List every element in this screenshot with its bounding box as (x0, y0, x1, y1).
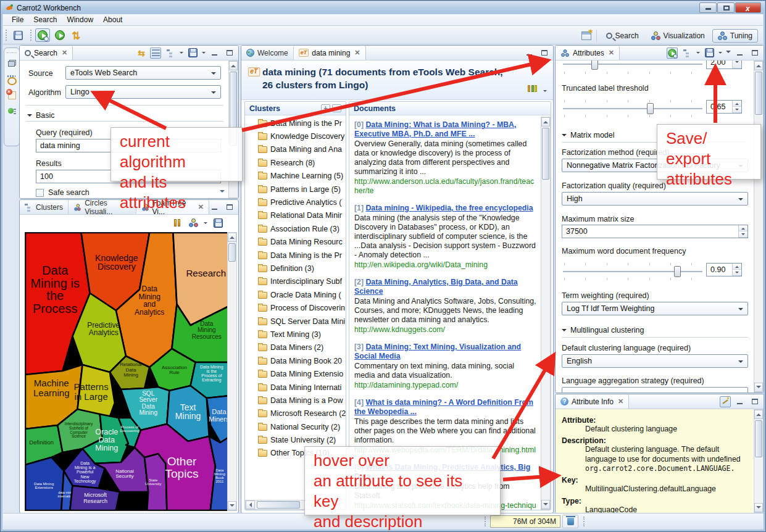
save-attributes-button[interactable] (704, 48, 715, 59)
viz-scrollbar[interactable] (227, 232, 237, 511)
document-title-link[interactable]: Data Mining: Text Mining, Visualization … (354, 343, 521, 360)
cluster-item[interactable]: Text Mining (3) (245, 328, 346, 341)
cluster-item[interactable]: Data Mining Book 20 (245, 354, 346, 367)
tab-close-icon[interactable]: ✕ (618, 397, 623, 405)
lang-agg-combo[interactable] (562, 387, 748, 393)
menu-about[interactable]: About (98, 14, 127, 25)
tab-search[interactable]: Search ✕ (20, 46, 73, 60)
dropdown-arrow-icon[interactable] (543, 90, 547, 94)
cluster-item[interactable]: Predictive Analytics ( (245, 196, 346, 209)
basic-section-header[interactable]: Basic (27, 111, 223, 120)
cluster-item[interactable]: Data Mining is a Pow (245, 394, 346, 407)
benchmark-view-button[interactable] (6, 73, 18, 85)
cluster-item[interactable]: Relational Data Minir (245, 209, 346, 222)
label-count-slider[interactable] (562, 60, 704, 70)
relayout-button[interactable] (188, 217, 199, 228)
cluster-item[interactable]: Interdisciplinary Subf (245, 275, 346, 288)
tab-data-mining[interactable]: eT data mining ✕ (293, 46, 366, 60)
cluster-item[interactable]: Process of Discoverin (245, 301, 346, 314)
list-layout-button[interactable] (150, 48, 161, 59)
source-combo[interactable]: eTools Web Search (65, 66, 221, 80)
cluster-item[interactable]: Data Mining is the Pr (245, 249, 346, 262)
title-bar[interactable]: Carrot2 Workbench x (1, 1, 765, 14)
fact-quality-combo[interactable]: High (562, 192, 748, 206)
link-selection-button[interactable] (720, 396, 731, 407)
cluster-item[interactable]: Microsoft Research (2 (245, 407, 346, 420)
cluster-item[interactable]: State University (2) (245, 433, 346, 446)
pause-animation-button[interactable] (172, 217, 183, 228)
cluster-item[interactable]: Data Mining is the Pr (245, 117, 346, 130)
document-title-link[interactable]: Data Mining, Analytics, Big Data, and Da… (354, 278, 518, 296)
safe-search-checkbox[interactable] (36, 189, 44, 197)
dropdown-arrow-icon[interactable] (204, 222, 207, 226)
term-weight-combo[interactable]: Log Tf Idf Term Weighting (562, 302, 748, 315)
cluster-item[interactable]: Data Mining Internati (245, 381, 346, 394)
cluster-item[interactable]: Knowledge Discovery (245, 130, 346, 143)
cluster-item[interactable]: Association Rule (3) (245, 222, 346, 235)
dropdown-arrow-icon[interactable] (202, 52, 206, 56)
minimize-button[interactable] (699, 2, 717, 13)
tab-close-icon[interactable]: ✕ (354, 49, 360, 57)
perspective-visualization[interactable]: Visualization (646, 30, 710, 42)
run-button[interactable] (52, 28, 67, 42)
tab-attributes[interactable]: Attributes ✕ (556, 46, 620, 60)
perspective-search[interactable]: Search (601, 30, 644, 42)
live-update-button[interactable] (667, 48, 678, 59)
expand-all-button[interactable]: + (321, 104, 330, 112)
documents-scrollbar[interactable] (541, 117, 551, 510)
maximize-view-button[interactable] (539, 48, 550, 59)
multilingual-section[interactable]: Multilingual clustering (562, 326, 748, 335)
cluster-item[interactable]: Research (8) (245, 156, 346, 169)
restore-button[interactable] (717, 2, 735, 13)
close-button[interactable]: x (735, 2, 761, 13)
document-url[interactable]: http://en.wikipedia.org/wiki/Data_mining (354, 260, 536, 270)
minimize-view-button[interactable] (735, 396, 746, 407)
tab-close-icon[interactable]: ✕ (62, 49, 67, 57)
save-toolbar-button[interactable] (10, 28, 25, 42)
cluster-item[interactable]: Data Mining and Ana (245, 143, 346, 156)
tree-layout-button[interactable] (165, 48, 176, 59)
cluster-item[interactable]: Machine Learning (5) (245, 170, 346, 183)
document-title-link[interactable]: Data Mining: What is Data Mining? - MBA,… (354, 120, 516, 138)
layout-switch-button[interactable] (528, 85, 537, 92)
dropdown-arrow-icon[interactable] (718, 52, 722, 56)
document-url[interactable]: http://www.kdnuggets.com/ (354, 325, 536, 335)
cluster-item[interactable]: Definition (3) (245, 262, 346, 275)
collapse-all-button[interactable]: − (332, 104, 341, 112)
garbage-collect-button[interactable] (562, 515, 578, 528)
tab-welcome[interactable]: Welcome (241, 46, 293, 60)
cluster-item[interactable]: SQL Server Data Mini (245, 315, 346, 328)
cluster-item[interactable]: National Security (2) (245, 420, 346, 433)
tab-clusters-viz[interactable]: Clusters (20, 200, 68, 214)
minimize-view-button[interactable] (735, 48, 746, 59)
run-scheduled-button[interactable] (35, 28, 50, 42)
menu-search[interactable]: Search (28, 14, 62, 25)
maximize-view-button[interactable] (749, 396, 760, 407)
processes-view-button[interactable] (6, 105, 18, 117)
menu-file[interactable]: File (7, 14, 28, 25)
cluster-item[interactable]: Data Mining Resourc (245, 236, 346, 249)
dropdown-arrow-icon[interactable] (696, 52, 700, 56)
minimize-view-button[interactable] (209, 48, 220, 59)
restore-view-button[interactable] (6, 57, 18, 69)
max-matrix-spinbox[interactable]: 37500 (562, 225, 748, 238)
dropdown-arrow-icon[interactable] (180, 52, 183, 56)
cluster-item[interactable]: Data Miners (2) (245, 341, 346, 354)
document-url[interactable]: http://datamining.typepad.com/ (354, 381, 536, 390)
expand-sections-button[interactable] (681, 48, 693, 59)
truncated-spinbox[interactable]: 0.65 (706, 100, 742, 114)
document-url[interactable]: http://www.anderson.ucla.edu/faculty/jas… (354, 177, 536, 196)
save-search-button[interactable] (187, 48, 198, 59)
view-menu-icon[interactable] (726, 51, 731, 56)
document-title-link[interactable]: What is data mining? - A Word Definition… (354, 398, 533, 416)
cluster-item[interactable]: Oracle Data Mining ( (245, 288, 346, 301)
attributes-scrollbar[interactable] (754, 60, 764, 393)
minimize-view-button[interactable] (524, 48, 535, 59)
tab-close-icon[interactable]: ✕ (609, 49, 614, 57)
error-log-view-button[interactable] (6, 89, 18, 101)
foamtree-canvas[interactable]: DataMining istheProcessKnowledgeDiscover… (25, 232, 231, 511)
perspective-tuning[interactable]: Tuning (712, 29, 758, 43)
truncated-slider[interactable] (562, 102, 704, 115)
document-title-link[interactable]: Data mining - Wikipedia, the free encycl… (365, 204, 533, 212)
refresh-button[interactable]: ⇄ (69, 28, 83, 42)
